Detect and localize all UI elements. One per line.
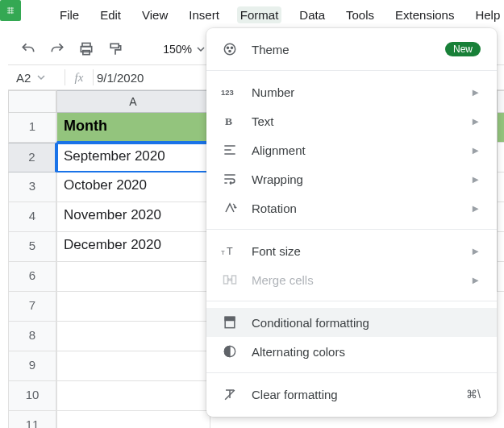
chevron-down-icon — [37, 73, 45, 81]
undo-button[interactable] — [19, 40, 37, 58]
cell[interactable]: October 2020 — [56, 172, 210, 202]
alternating-colors-icon — [221, 343, 239, 360]
separator — [206, 301, 497, 301]
svg-text:T: T — [227, 246, 233, 257]
menu-item-label: Conditional formatting — [252, 316, 481, 330]
cell[interactable] — [56, 381, 210, 411]
column-header-A[interactable]: A — [56, 90, 210, 113]
row-header[interactable]: 1 — [8, 113, 56, 143]
row-header[interactable]: 4 — [8, 202, 56, 232]
fx-icon: fx — [65, 71, 93, 85]
row-header[interactable]: 11 — [8, 411, 56, 428]
menu-insert[interactable]: Insert — [185, 6, 223, 23]
name-box-value: A2 — [16, 71, 31, 85]
svg-rect-4 — [110, 44, 119, 48]
cell[interactable]: September 2020 — [56, 143, 210, 172]
menu-item-label: Wrapping — [252, 172, 457, 186]
menu-item-wrapping[interactable]: Wrapping ► — [206, 164, 497, 193]
menu-item-text[interactable]: B Text ► — [206, 106, 497, 135]
submenu-arrow-icon: ► — [470, 86, 481, 98]
new-badge: New — [445, 42, 481, 56]
menu-view[interactable]: View — [139, 6, 171, 23]
submenu-arrow-icon: ► — [470, 173, 481, 185]
menu-item-label: Alignment — [252, 143, 457, 157]
menu-item-clear-formatting[interactable]: Clear formatting ⌘\ — [206, 380, 497, 409]
svg-text:123: 123 — [221, 88, 234, 97]
chevron-down-icon — [197, 45, 205, 53]
cell[interactable] — [56, 292, 210, 322]
font-size-icon: TT — [221, 242, 239, 260]
menu-item-label: Clear formatting — [252, 388, 453, 401]
menu-item-label: Alternating colors — [252, 345, 481, 359]
menu-file[interactable]: File — [56, 6, 82, 23]
cell[interactable] — [56, 262, 210, 292]
menu-help[interactable]: Help — [472, 6, 503, 23]
menu-item-label: Rotation — [252, 202, 457, 215]
row-header[interactable]: 5 — [8, 232, 56, 262]
menu-item-alignment[interactable]: Alignment ► — [206, 135, 497, 164]
column-b-sliver — [497, 90, 504, 292]
theme-icon — [221, 40, 239, 58]
zoom-value: 150% — [163, 43, 192, 56]
svg-point-5 — [224, 44, 235, 54]
bold-icon: B — [221, 112, 239, 130]
print-button[interactable] — [77, 40, 95, 58]
conditional-formatting-icon — [221, 314, 239, 331]
svg-text:T: T — [221, 249, 225, 256]
menu-tools[interactable]: Tools — [343, 6, 377, 23]
menu-item-label: Merge cells — [252, 273, 457, 287]
formula-bar[interactable]: 9/1/2020 — [94, 71, 144, 85]
submenu-arrow-icon: ► — [470, 274, 481, 286]
menu-item-rotation[interactable]: Rotation ► — [206, 193, 497, 222]
alignment-icon — [221, 141, 239, 159]
shortcut-label: ⌘\ — [466, 388, 481, 401]
menu-format[interactable]: Format — [237, 6, 282, 23]
menu-item-alternating-colors[interactable]: Alternating colors — [206, 337, 497, 366]
zoom-select[interactable]: 150% — [144, 43, 208, 56]
toolbar: 150% — [19, 37, 208, 61]
menu-item-label: Font size — [252, 244, 457, 258]
app-logo — [0, 0, 21, 21]
row-header[interactable]: 8 — [8, 322, 56, 351]
select-all-corner[interactable] — [8, 90, 56, 113]
svg-point-8 — [229, 50, 231, 52]
svg-text:B: B — [225, 115, 232, 127]
cell[interactable] — [56, 322, 210, 351]
svg-point-7 — [231, 47, 232, 48]
separator — [206, 372, 497, 373]
row-header[interactable]: 7 — [8, 292, 56, 322]
redo-button[interactable] — [48, 40, 66, 58]
cell[interactable] — [56, 411, 210, 428]
paint-format-button[interactable] — [106, 40, 124, 58]
menu-item-label: Text — [252, 114, 457, 128]
separator — [206, 70, 497, 71]
number-icon: 123 — [221, 83, 239, 101]
menu-item-conditional-formatting[interactable]: Conditional formatting — [206, 308, 497, 337]
name-box[interactable]: A2 — [8, 71, 65, 85]
cell[interactable]: December 2020 — [56, 232, 210, 262]
menubar: File Edit View Insert Format Data Tools … — [56, 6, 504, 23]
submenu-arrow-icon: ► — [470, 144, 481, 156]
row-header[interactable]: 6 — [8, 262, 56, 292]
row-header[interactable]: 2 — [8, 143, 56, 172]
row-header[interactable]: 9 — [8, 351, 56, 381]
row-header[interactable]: 10 — [8, 381, 56, 411]
menu-item-theme[interactable]: Theme New — [206, 35, 497, 64]
merge-icon — [221, 271, 239, 289]
menu-item-merge-cells: Merge cells ► — [206, 265, 497, 294]
menu-data[interactable]: Data — [296, 6, 328, 23]
submenu-arrow-icon: ► — [470, 115, 481, 127]
row-header[interactable]: 3 — [8, 172, 56, 202]
svg-point-6 — [227, 47, 228, 48]
menu-item-number[interactable]: 123 Number ► — [206, 77, 497, 106]
cell[interactable]: November 2020 — [56, 202, 210, 232]
cell[interactable]: Month — [56, 113, 210, 143]
menu-item-font-size[interactable]: TT Font size ► — [206, 236, 497, 265]
rotation-icon — [221, 199, 239, 217]
format-menu: Theme New 123 Number ► B Text ► Alignmen… — [206, 28, 497, 417]
menu-extensions[interactable]: Extensions — [392, 6, 457, 23]
menu-edit[interactable]: Edit — [97, 6, 124, 23]
menu-item-label: Number — [252, 85, 457, 99]
clear-formatting-icon — [221, 385, 239, 403]
cell[interactable] — [56, 351, 210, 381]
